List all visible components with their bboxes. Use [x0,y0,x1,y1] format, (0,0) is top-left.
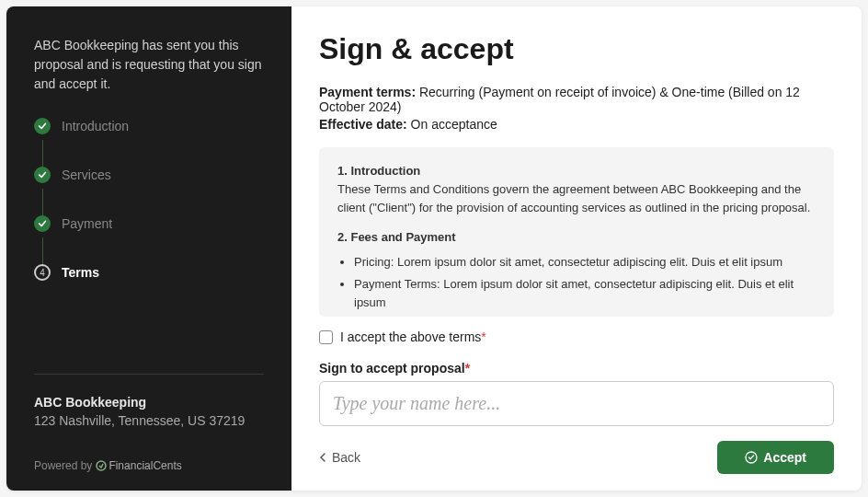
section-title: 2. Fees and Payment [337,230,456,244]
payment-terms-label: Payment terms: [319,85,416,99]
required-asterisk: * [465,361,470,376]
powered-by: Powered by FinancialCents [34,459,264,472]
step-terms[interactable]: 4 Terms [34,264,264,281]
section-body: These Terms and Conditions govern the ag… [337,182,810,214]
back-button[interactable]: Back [319,450,360,465]
brand-name: FinancialCents [108,459,181,472]
section-title: 1. Introduction [337,164,420,178]
main-panel: Sign & accept Payment terms: Recurring (… [291,6,862,491]
check-icon [34,215,51,232]
signature-input[interactable] [319,381,834,426]
effective-date-label: Effective date: [319,117,407,132]
brand-logo: FinancialCents [96,459,181,472]
accept-button[interactable]: Accept [717,441,834,474]
sidebar-footer: ABC Bookkeeping 123 Nashville, Tennessee… [34,374,264,472]
divider [34,374,264,375]
list-item: Payment Terms: Lorem ipsum dolor sit ame… [354,275,816,312]
effective-date-value: On acceptance [411,117,497,132]
step-services[interactable]: Services [34,167,264,183]
company-name: ABC Bookkeeping [34,395,264,410]
step-label: Terms [62,265,99,280]
step-introduction[interactable]: Introduction [34,118,264,134]
svg-point-0 [97,461,106,470]
company-address: 123 Nashville, Tennessee, US 37219 [34,413,264,428]
chevron-left-icon [319,453,328,462]
steps-list: Introduction Services Payment 4 Terms [34,118,264,313]
check-icon [34,167,51,183]
required-asterisk: * [481,329,485,344]
page-title: Sign & accept [319,32,834,66]
accept-terms-label: I accept the above terms* [340,329,486,344]
sidebar: ABC Bookkeeping has sent you this propos… [6,6,291,491]
accept-terms-checkbox[interactable] [319,330,333,344]
step-label: Payment [62,216,112,231]
powered-by-label: Powered by [34,459,92,472]
back-label: Back [332,450,360,465]
payment-terms-line: Payment terms: Recurring (Payment on rec… [319,85,834,114]
step-number-badge: 4 [34,264,51,281]
actions-row: Back Accept [319,441,834,474]
step-payment[interactable]: Payment [34,215,264,232]
accept-button-label: Accept [763,450,806,465]
sidebar-intro-text: ABC Bookkeeping has sent you this propos… [34,36,264,94]
check-circle-icon [745,451,758,464]
effective-date-line: Effective date: On acceptance [319,117,834,132]
list-item: Pricing: Lorem ipsum dolor sit amet, con… [354,253,816,272]
sign-label: Sign to accept proposal* [319,361,834,376]
list-item: Late Payments: Lorem ipsum dolor sit ame… [354,316,816,317]
step-label: Services [62,168,111,182]
terms-section-intro: 1. Introduction These Terms and Conditio… [337,162,816,217]
terms-scroll-box[interactable]: 1. Introduction These Terms and Conditio… [319,147,834,317]
accept-terms-row: I accept the above terms* [319,329,834,344]
step-label: Introduction [62,119,129,133]
check-icon [34,118,51,134]
terms-section-fees: 2. Fees and Payment Pricing: Lorem ipsum… [337,228,816,317]
